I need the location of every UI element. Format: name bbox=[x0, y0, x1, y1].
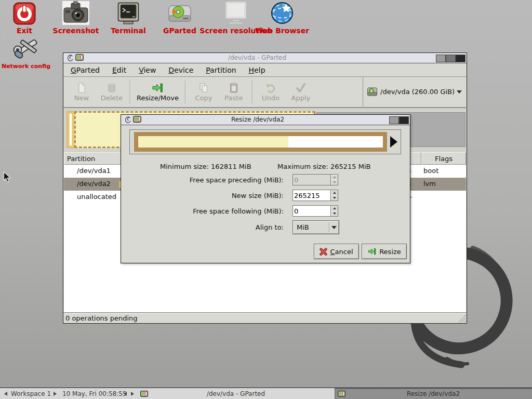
used-space-fill bbox=[138, 136, 288, 148]
resize-move-button[interactable]: Resize/Move bbox=[134, 79, 182, 105]
chevron-down-icon bbox=[457, 90, 462, 94]
dialog-close-button[interactable] bbox=[399, 116, 409, 124]
free-space-following-input[interactable] bbox=[292, 205, 331, 217]
dialog-maximize-button[interactable] bbox=[389, 116, 399, 124]
spin-up-icon[interactable] bbox=[331, 206, 338, 211]
icon-label: Exit bbox=[17, 26, 32, 35]
taskbar: Workspace 1 10 May, Fri 00:58:55 /dev/vd… bbox=[0, 388, 532, 399]
desktop: Exit Screenshot Terminal bbox=[0, 0, 532, 399]
paste-icon bbox=[228, 82, 240, 94]
terminal-icon bbox=[117, 2, 140, 25]
device-value: /dev/vda (260.00 GiB) bbox=[380, 88, 455, 96]
camera-icon bbox=[62, 1, 89, 25]
resize-button-label: Resize bbox=[379, 248, 401, 256]
resize-dialog: Resize /dev/vda2 Minimum size: 162811 Mi… bbox=[121, 114, 410, 263]
clock: 10 May, Fri 00:58:55 bbox=[62, 388, 127, 399]
desktop-icon-gparted[interactable]: GParted bbox=[159, 3, 201, 35]
maximize-button[interactable] bbox=[446, 55, 456, 62]
icon-label: Network config bbox=[2, 63, 50, 70]
close-button[interactable] bbox=[456, 55, 466, 62]
resize-confirm-button[interactable]: Resize bbox=[362, 244, 407, 259]
desktop-icon-terminal[interactable]: Terminal bbox=[108, 2, 149, 35]
minimum-size-label: Minimum size: 162811 MiB bbox=[160, 163, 251, 170]
delete-button: Delete bbox=[97, 79, 127, 105]
toolbar-separator bbox=[130, 81, 130, 103]
spin-down-icon[interactable] bbox=[331, 211, 338, 216]
new-button: New bbox=[66, 79, 97, 105]
task-next-icon[interactable] bbox=[131, 388, 134, 399]
right-resize-handle-icon[interactable] bbox=[390, 136, 397, 148]
gparted-window-icon bbox=[133, 116, 141, 123]
dialog-title: Resize /dev/vda2 bbox=[142, 116, 374, 123]
free-space-following-spinbox bbox=[292, 205, 338, 217]
menu-partition[interactable]: Partition bbox=[200, 65, 242, 75]
chevron-down-icon bbox=[329, 226, 339, 229]
task-resize-dialog[interactable]: Resize /dev/vda2 bbox=[335, 388, 532, 399]
menu-help[interactable]: Help bbox=[243, 65, 272, 75]
spin-up-icon[interactable] bbox=[331, 190, 338, 195]
icon-label: GParted bbox=[163, 26, 196, 35]
task-title: /dev/vda - GParted bbox=[137, 390, 335, 397]
new-size-input[interactable] bbox=[292, 190, 331, 201]
partition-box-vda1[interactable] bbox=[66, 111, 75, 148]
device-combo[interactable]: /dev/vda (260.00 GiB) bbox=[363, 77, 466, 107]
column-header-flags[interactable]: Flags bbox=[421, 152, 466, 165]
apply-check-icon bbox=[295, 82, 307, 94]
icon-label: Screenshot bbox=[53, 26, 99, 35]
window-title: /dev/vda - GParted bbox=[84, 54, 430, 61]
dialog-titlebar[interactable]: Resize /dev/vda2 bbox=[121, 115, 410, 125]
copy-button: Copy bbox=[189, 79, 219, 105]
menu-view[interactable]: View bbox=[132, 65, 162, 75]
toolbar-separator bbox=[185, 81, 185, 103]
trash-icon bbox=[106, 82, 117, 94]
partition-free-space bbox=[70, 114, 72, 145]
spin-down-icon bbox=[331, 180, 338, 185]
undo-button: Undo bbox=[256, 79, 286, 105]
align-to-label: Align to: bbox=[121, 223, 284, 231]
globe-icon bbox=[270, 1, 294, 25]
minimize-button[interactable] bbox=[436, 55, 446, 62]
hard-drive-icon bbox=[367, 87, 377, 96]
resize-slider[interactable] bbox=[129, 129, 401, 154]
undo-icon bbox=[265, 82, 276, 94]
desktop-icon-network-config[interactable]: Network config bbox=[3, 37, 49, 70]
desktop-icon-screenshot[interactable]: Screenshot bbox=[51, 1, 101, 35]
maximum-size-label: Maximum size: 265215 MiB bbox=[277, 163, 370, 170]
icon-label: Web Browser bbox=[255, 26, 309, 35]
task-gparted-main[interactable]: /dev/vda - GParted bbox=[137, 388, 335, 399]
spin-down-icon[interactable] bbox=[331, 195, 338, 201]
main-titlebar[interactable]: /dev/vda - GParted bbox=[63, 53, 467, 63]
workspace-label: Workspace 1 bbox=[11, 388, 51, 399]
resize-grip[interactable] bbox=[457, 314, 467, 323]
free-space-following-label: Free space following (MiB): bbox=[121, 207, 284, 215]
menu-gparted[interactable]: GParted bbox=[64, 65, 106, 75]
free-space-preceding-input bbox=[292, 174, 331, 185]
menu-edit[interactable]: Edit bbox=[106, 65, 132, 75]
task-prev-icon[interactable] bbox=[124, 388, 127, 399]
gparted-drive-icon bbox=[167, 3, 192, 25]
paste-button: Paste bbox=[219, 79, 249, 105]
menu-device[interactable]: Device bbox=[162, 65, 200, 75]
new-document-icon bbox=[76, 82, 87, 94]
new-size-label: New size (MiB): bbox=[121, 192, 284, 200]
desktop-icon-exit[interactable]: Exit bbox=[9, 2, 39, 35]
copy-icon bbox=[198, 82, 209, 94]
resize-move-icon bbox=[151, 82, 164, 94]
gparted-window-icon bbox=[75, 54, 84, 61]
align-to-value: MiB bbox=[293, 223, 329, 231]
spin-buttons bbox=[331, 174, 338, 185]
tools-icon bbox=[12, 37, 39, 61]
spin-buttons bbox=[331, 190, 338, 201]
operations-pending: 0 operations pending bbox=[65, 314, 138, 322]
status-bar: 0 operations pending bbox=[63, 312, 467, 323]
cancel-button[interactable]: Cancel bbox=[314, 244, 359, 259]
spin-up-icon bbox=[331, 175, 338, 180]
debian-spiral-icon bbox=[124, 116, 131, 124]
gparted-task-icon bbox=[140, 391, 148, 397]
gparted-task-icon bbox=[338, 391, 345, 397]
align-to-combo[interactable]: MiB bbox=[292, 220, 339, 234]
workspace-prev-icon[interactable] bbox=[4, 388, 7, 399]
apply-button: Apply bbox=[286, 79, 316, 105]
workspace-next-icon[interactable] bbox=[54, 388, 57, 399]
desktop-icon-web-browser[interactable]: Web Browser bbox=[253, 1, 311, 35]
